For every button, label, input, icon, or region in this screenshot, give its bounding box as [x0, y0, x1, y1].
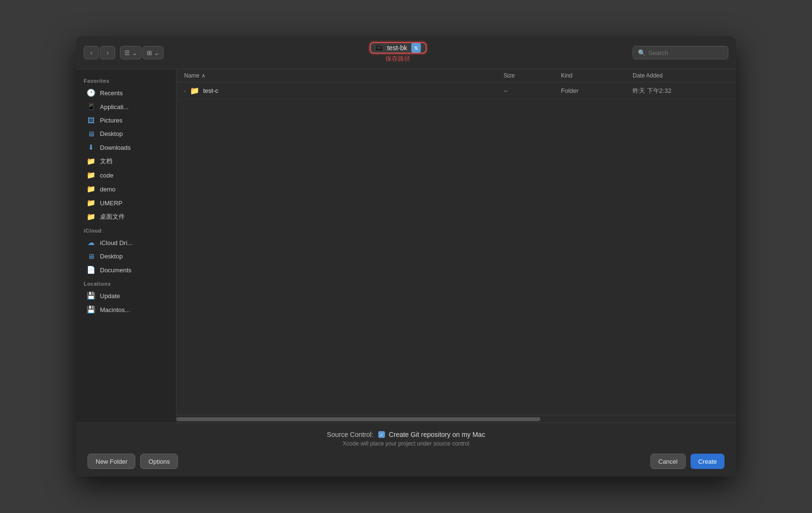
update-drive-icon: 💾	[87, 291, 95, 300]
sidebar: Favorites 🕐 Recents 📱 Applicati... 🖼 Pic…	[76, 69, 176, 423]
sidebar-item-desktop-files[interactable]: 📁 桌面文件	[79, 210, 173, 223]
sidebar-item-label: iCloud Dri...	[100, 239, 132, 246]
demo-icon: 📁	[87, 185, 95, 193]
expand-arrow-icon[interactable]: ›	[184, 88, 186, 94]
action-left: New Folder Options	[88, 454, 178, 469]
sidebar-item-label: 文档	[100, 157, 112, 166]
icloud-label: iCloud	[76, 224, 176, 235]
sidebar-item-label: Macintos...	[100, 306, 130, 313]
chevron-list-icon: ⌄	[132, 49, 137, 56]
toolbar: ‹ › ☰ ⌄ ⊞ ⌄ 🗂 test-bk ⇅ 保存路径	[76, 36, 736, 69]
file-name: test-c	[203, 87, 219, 94]
sidebar-item-label: UMERP	[100, 200, 122, 207]
bottom-panel: Source Control: ✓ Create Git repository …	[76, 423, 736, 447]
sidebar-item-code[interactable]: 📁 code	[79, 168, 173, 182]
col-header-date[interactable]: Date Added	[633, 72, 728, 79]
sidebar-item-label: Desktop	[100, 130, 123, 137]
col-header-size[interactable]: Size	[504, 72, 561, 79]
cancel-button[interactable]: Cancel	[650, 454, 686, 469]
sidebar-item-label: Documents	[100, 267, 132, 274]
sidebar-item-label: Applicati...	[100, 103, 129, 111]
search-input[interactable]	[648, 49, 723, 56]
grid-view-icon: ⊞	[147, 49, 152, 56]
desktop-icon: 🖥	[87, 130, 95, 138]
file-name-cell: › 📁 test-c	[184, 86, 504, 95]
applications-icon: 📱	[87, 102, 95, 111]
col-name-label: Name	[184, 72, 199, 79]
horizontal-scrollbar[interactable]	[176, 417, 540, 421]
icloud-desktop-icon: 🖥	[87, 252, 95, 260]
sidebar-item-macintosh[interactable]: 💾 Macintos...	[79, 303, 173, 316]
file-list: › 📁 test-c -- Folder 昨天 下午2:32	[176, 82, 736, 415]
save-path-label: 保存路径	[385, 55, 410, 63]
sidebar-item-umerp[interactable]: 📁 UMERP	[79, 196, 173, 210]
view-buttons: ☰ ⌄ ⊞ ⌄	[120, 46, 164, 59]
icloud-documents-icon: 📄	[87, 266, 95, 274]
file-size: --	[504, 87, 561, 94]
sidebar-item-icloud-documents[interactable]: 📄 Documents	[79, 263, 173, 277]
sidebar-item-label: 桌面文件	[100, 212, 125, 221]
sidebar-item-update[interactable]: 💾 Update	[79, 289, 173, 302]
nav-buttons: ‹ ›	[84, 46, 115, 59]
source-control-row: Source Control: ✓ Create Git repository …	[88, 431, 724, 438]
sidebar-item-label: Update	[100, 292, 120, 300]
sidebar-item-pictures[interactable]: 🖼 Pictures	[79, 114, 173, 127]
path-area: 🗂 test-bk ⇅ 保存路径	[168, 42, 628, 63]
search-icon: 🔍	[638, 49, 646, 56]
path-selector[interactable]: 🗂 test-bk ⇅	[370, 42, 426, 54]
sidebar-item-recents[interactable]: 🕐 Recents	[79, 86, 173, 100]
source-control-subtitle: Xcode will place your project under sour…	[88, 440, 724, 447]
col-sort-icon: ∧	[201, 72, 206, 79]
sidebar-item-label: Desktop	[100, 253, 123, 260]
sidebar-item-demo[interactable]: 📁 demo	[79, 182, 173, 196]
list-view-icon: ☰	[124, 49, 130, 56]
grid-view-button[interactable]: ⊞ ⌄	[143, 46, 164, 59]
table-row[interactable]: › 📁 test-c -- Folder 昨天 下午2:32	[176, 82, 736, 100]
desktop-files-icon: 📁	[87, 212, 95, 221]
back-button[interactable]: ‹	[84, 46, 99, 59]
col-date-label: Date Added	[633, 72, 663, 79]
umerp-icon: 📁	[87, 199, 95, 207]
file-list-header: Name ∧ Size Kind Date Added	[176, 69, 736, 82]
save-dialog: ‹ › ☰ ⌄ ⊞ ⌄ 🗂 test-bk ⇅ 保存路径	[76, 36, 736, 477]
body: Favorites 🕐 Recents 📱 Applicati... 🖼 Pic…	[76, 69, 736, 423]
file-date: 昨天 下午2:32	[633, 87, 728, 95]
file-kind: Folder	[561, 87, 633, 94]
scrollbar-area	[176, 415, 736, 423]
options-button[interactable]: Options	[140, 454, 178, 469]
action-right: Cancel Create	[650, 454, 725, 469]
create-git-checkbox[interactable]: ✓ Create Git repository on my Mac	[378, 431, 485, 438]
sidebar-item-icloud-drive[interactable]: ☁ iCloud Dri...	[79, 236, 173, 249]
sidebar-item-downloads[interactable]: ⬇ Downloads	[79, 141, 173, 154]
chevron-updown-icon[interactable]: ⇅	[411, 43, 421, 53]
icloud-icon: ☁	[87, 238, 95, 247]
sidebar-item-label: Recents	[100, 89, 123, 97]
sidebar-item-label: Downloads	[100, 144, 131, 151]
sidebar-item-desktop[interactable]: 🖥 Desktop	[79, 127, 173, 140]
source-control-label: Source Control:	[327, 431, 373, 438]
path-text: test-bk	[387, 44, 407, 52]
macintosh-icon: 💾	[87, 305, 95, 314]
sidebar-item-icloud-desktop[interactable]: 🖥 Desktop	[79, 250, 173, 263]
sidebar-item-documents[interactable]: 📁 文档	[79, 155, 173, 168]
checkbox-icon: ✓	[378, 431, 385, 438]
col-size-label: Size	[504, 72, 515, 79]
folder-icon: 🗂	[375, 44, 383, 52]
new-folder-button[interactable]: New Folder	[88, 454, 135, 469]
action-buttons: New Folder Options Cancel Create	[76, 447, 736, 477]
col-header-name[interactable]: Name ∧	[184, 72, 504, 79]
sidebar-item-label: code	[100, 172, 113, 179]
code-icon: 📁	[87, 171, 95, 179]
sidebar-item-label: demo	[100, 186, 116, 193]
forward-button[interactable]: ›	[100, 46, 115, 59]
documents-icon: 📁	[87, 157, 95, 166]
main-content: Name ∧ Size Kind Date Added › 📁	[176, 69, 736, 423]
create-button[interactable]: Create	[691, 454, 724, 469]
favorites-label: Favorites	[76, 74, 176, 86]
list-view-button[interactable]: ☰ ⌄	[120, 46, 142, 59]
search-box[interactable]: 🔍	[633, 46, 728, 59]
col-kind-label: Kind	[561, 72, 572, 79]
col-header-kind[interactable]: Kind	[561, 72, 633, 79]
sidebar-item-applications[interactable]: 📱 Applicati...	[79, 100, 173, 113]
pictures-icon: 🖼	[87, 116, 95, 124]
